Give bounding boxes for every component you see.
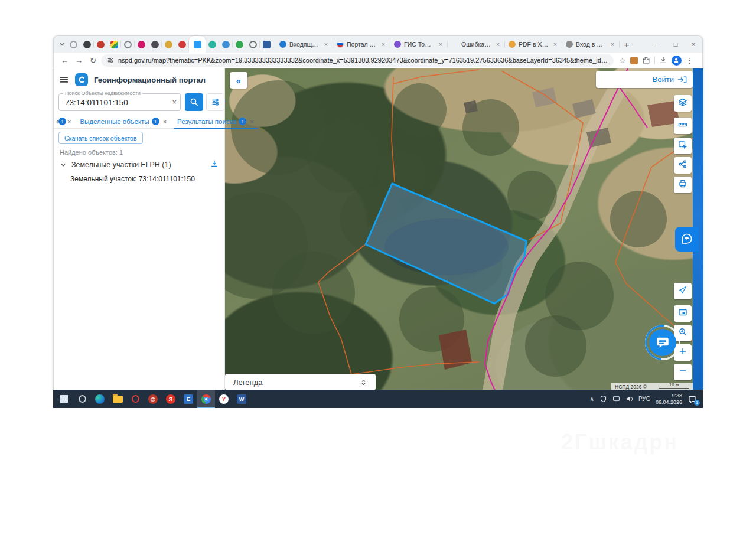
volume-icon[interactable] <box>625 395 633 403</box>
file-explorer[interactable] <box>109 390 126 408</box>
tray-expand-icon[interactable]: ∧ <box>590 396 594 402</box>
download-icon[interactable] <box>659 56 667 64</box>
close-button[interactable]: × <box>685 41 702 48</box>
search-input[interactable] <box>64 97 163 107</box>
favicon-shield-red[interactable] <box>94 36 107 53</box>
result-group-row[interactable]: Земельные участки ЕГРН (1) <box>60 159 219 171</box>
selected-parcel[interactable] <box>366 184 526 304</box>
new-tab-button[interactable]: + <box>620 37 634 51</box>
yandex-browser-app[interactable]: Я <box>162 390 180 408</box>
tab-close-icon[interactable]: × <box>609 41 616 48</box>
tool-select-button[interactable] <box>674 138 692 154</box>
profile-avatar[interactable] <box>672 56 682 66</box>
maximize-button[interactable]: □ <box>667 41 685 48</box>
favicon-crimson-icon <box>138 41 145 48</box>
favicon-green[interactable] <box>233 36 246 53</box>
sidebar-collapse-button[interactable]: « <box>230 72 247 89</box>
back-button[interactable]: ← <box>58 56 71 65</box>
favicon-target-grey[interactable] <box>121 36 135 53</box>
reload-button[interactable]: ↻ <box>87 56 99 65</box>
bookmark-star-icon[interactable]: ☆ <box>619 56 626 65</box>
favicon-rainbow[interactable] <box>107 36 121 53</box>
site-settings-icon[interactable] <box>107 57 114 64</box>
download-list-button[interactable]: Скачать список объектов <box>58 132 143 144</box>
yandex-app[interactable]: Y <box>215 390 233 408</box>
tab-search-icon[interactable] <box>57 40 67 49</box>
map-viewport[interactable]: « Войти Легенда НСПД 2026 © 10 м <box>225 68 693 390</box>
notification-center-icon[interactable]: 1 <box>687 394 698 404</box>
extension-icon[interactable] <box>630 57 638 64</box>
tool-minus-button[interactable] <box>674 364 692 380</box>
login-label: Войти <box>653 75 674 84</box>
extensions-puzzle-icon[interactable] <box>642 56 650 64</box>
tab-close-icon[interactable]: × <box>494 41 501 48</box>
browser-tab-none[interactable]: Ошибка нарушен× <box>448 36 505 53</box>
favicon-cloud-blue[interactable] <box>219 36 233 53</box>
favicon-kontur-blue[interactable] <box>189 36 206 53</box>
tab-close-icon[interactable]: × <box>162 118 168 125</box>
favicon-refresh-grey[interactable] <box>67 36 80 53</box>
chrome-app[interactable] <box>197 390 215 408</box>
favicon-case-navy[interactable] <box>260 36 273 53</box>
tool-print-button[interactable] <box>674 177 692 193</box>
result-item-label[interactable]: Земельный участок: 73:14:011101:150 <box>70 175 195 183</box>
favicon-crimson[interactable] <box>135 36 148 53</box>
legend-expand-icon[interactable] <box>360 379 367 386</box>
browser-tab-flag[interactable]: Портал госуда× <box>333 36 390 53</box>
security-shield-icon[interactable] <box>599 395 607 403</box>
support-chat-button[interactable] <box>649 329 676 356</box>
browser-menu-icon[interactable]: ⋮ <box>686 56 692 65</box>
browser-tab-mail[interactable]: Входящие - По× <box>276 36 333 53</box>
tab-close-icon[interactable]: × <box>437 41 444 48</box>
tool-share-button[interactable] <box>674 157 692 174</box>
favicon-globe-dark[interactable] <box>80 36 94 53</box>
login-bar[interactable]: Войти <box>596 71 693 88</box>
favicon-teal[interactable] <box>206 36 219 53</box>
search-filter-button[interactable] <box>206 93 224 111</box>
hamburger-menu-icon[interactable] <box>58 74 69 85</box>
chevron-down-icon[interactable] <box>60 161 67 168</box>
tool-locate-button[interactable] <box>674 283 692 299</box>
tool-overview-button[interactable] <box>674 305 692 322</box>
blue-square-app[interactable]: Е <box>180 390 197 408</box>
feedback-button[interactable] <box>675 227 699 252</box>
network-icon[interactable] <box>612 395 620 403</box>
language-indicator[interactable]: РУС <box>638 396 650 402</box>
overflow-tab-close-icon[interactable]: × <box>66 118 72 125</box>
clock[interactable]: 9:38 06.04.2026 <box>656 393 682 406</box>
opera-app[interactable] <box>126 390 144 408</box>
tab-close-icon[interactable]: × <box>249 118 255 125</box>
tool-ruler-button[interactable] <box>674 118 692 134</box>
clear-search-icon[interactable]: × <box>172 97 177 106</box>
favicon-sphere-dark[interactable] <box>148 36 162 53</box>
browser-tab-gis[interactable]: ГИС Торги – п× <box>390 36 448 53</box>
ruler-icon <box>678 120 687 132</box>
tab-close-icon[interactable]: × <box>552 41 559 48</box>
edge-app[interactable] <box>91 390 109 408</box>
building <box>464 100 478 113</box>
favicon-camera-grey[interactable] <box>246 36 260 53</box>
address-bar[interactable]: nspd.gov.ru/map?thematic=PKK&zoom=19.333… <box>101 54 614 67</box>
overflow-tab-badge[interactable]: 1 <box>58 118 66 125</box>
tab-close-icon[interactable]: × <box>380 41 387 48</box>
search-app[interactable] <box>73 390 91 408</box>
minimize-button[interactable]: — <box>649 41 667 48</box>
word-app[interactable]: W <box>233 390 250 408</box>
page-content: Геоинформационный портал Поиск Объекты н… <box>54 68 703 390</box>
favicon-flag-red[interactable] <box>175 36 189 53</box>
tool-layers-button[interactable] <box>674 95 692 112</box>
group-download-icon[interactable] <box>210 159 219 170</box>
tab-close-icon[interactable]: × <box>322 41 330 48</box>
legend-bar[interactable]: Легенда <box>225 374 376 390</box>
browser-tab-pdf[interactable]: PDF в XML он× <box>505 36 562 53</box>
forward-button[interactable]: → <box>73 56 85 65</box>
tab-search-results[interactable]: Результаты поиска1× <box>174 115 258 129</box>
tab-selected-objects[interactable]: Выделенные объекты1× <box>77 115 171 129</box>
favicon-bee-yellow[interactable] <box>162 36 175 53</box>
share-icon <box>678 159 687 171</box>
browser-tab-fias[interactable]: Вход в ФИАС× <box>562 36 620 53</box>
start-button[interactable] <box>56 390 73 408</box>
red-at-app[interactable]: @ <box>144 390 162 408</box>
search-button[interactable] <box>185 93 203 111</box>
system-tray: ∧ РУС 9:38 06.04.2026 1 <box>590 393 703 406</box>
